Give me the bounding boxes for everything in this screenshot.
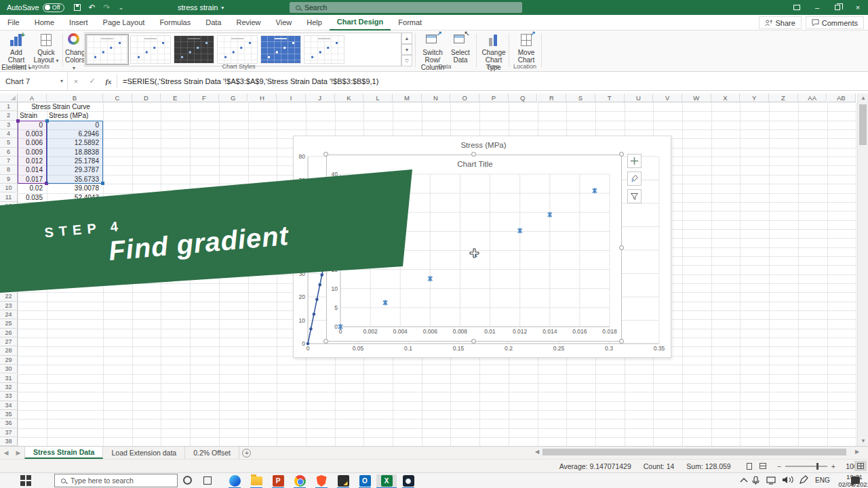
grid-cell[interactable]: 12.5892 [47,138,102,147]
name-box[interactable]: Chart 7 ▾ [0,72,68,91]
row-header-24[interactable]: 24 [0,310,18,319]
scroll-down-icon[interactable]: ▼ [858,436,868,446]
column-header-R[interactable]: R [538,94,567,102]
comments-button[interactable]: Comments [806,16,864,29]
search-box[interactable]: Search [290,2,522,13]
zoom-slider-thumb[interactable] [816,463,818,470]
row-header-35[interactable]: 35 [0,410,18,419]
save-icon[interactable] [74,4,81,11]
chart-style-4[interactable] [173,35,215,64]
chart-style-7[interactable] [303,35,345,64]
recorder-app-icon[interactable] [398,474,418,487]
column-header-AA[interactable]: AA [798,94,827,102]
autosave-toggle[interactable]: Off [43,3,64,12]
ribbon-tab-chart-design[interactable]: Chart Design [330,15,391,30]
chart-style-6[interactable] [260,35,302,64]
zoom-out-button[interactable]: − [777,462,781,470]
undo-icon[interactable]: ↶ [89,3,96,12]
page-break-view-button[interactable] [757,461,769,471]
column-header-V[interactable]: V [653,94,682,102]
chart-handle[interactable] [619,339,624,344]
chart-handle[interactable] [471,152,476,157]
chart-style-5[interactable] [216,35,258,64]
cancel-icon[interactable]: × [68,77,84,85]
column-header-G[interactable]: G [219,94,248,102]
close-button[interactable]: × [848,0,868,15]
column-header-X[interactable]: X [711,94,741,102]
row-header-7[interactable]: 7 [0,157,18,165]
ribbon-display-icon[interactable] [787,0,807,15]
share-button[interactable]: Share [759,16,801,29]
column-header-B[interactable]: B [47,94,103,102]
ribbon-tab-data[interactable]: Data [198,15,229,30]
chrome-app-icon[interactable] [290,474,310,487]
redo-icon[interactable]: ↷ [104,3,111,12]
column-header-Y[interactable]: Y [740,94,769,102]
page-layout-view-button[interactable] [743,461,755,471]
row-header-33[interactable]: 33 [0,392,18,401]
select-data-button[interactable]: ↖ Select Data [448,33,473,64]
ribbon-tab-formulas[interactable]: Formulas [152,15,198,30]
chart-style-2[interactable] [86,35,128,64]
row-header-34[interactable]: 34 [0,401,18,410]
grid-cell[interactable]: 0.009 [18,148,45,157]
chart-filters-button[interactable] [627,189,642,203]
grid-cell[interactable]: 18.8838 [47,148,102,157]
action-center-icon[interactable] [851,476,860,484]
chart-styles-button[interactable] [627,171,642,186]
start-button[interactable] [20,475,31,486]
column-header-AB[interactable]: AB [827,94,856,102]
column-header-T[interactable]: T [595,94,625,102]
row-header-36[interactable]: 36 [0,419,18,428]
powerpoint-app-icon[interactable]: P [268,474,288,487]
row-header-32[interactable]: 32 [0,383,18,392]
column-header-H[interactable]: H [248,94,277,102]
grid-cell[interactable]: Strain [18,111,45,120]
grid-cell[interactable]: 0 [47,121,102,129]
grid-cell[interactable]: Stress (MPa) [47,111,102,120]
row-header-26[interactable]: 26 [0,329,18,338]
row-header-3[interactable]: 3 [0,121,18,129]
grid-cell[interactable]: 25.1784 [47,157,102,165]
vertical-scrollbar[interactable]: ▲ ▼ [857,94,868,446]
document-title[interactable]: stress strain ▾ [178,0,224,15]
row-header-30[interactable]: 30 [0,365,18,373]
column-header-J[interactable]: J [306,94,335,102]
horizontal-scroll-thumb[interactable] [542,449,846,455]
excel-app-icon[interactable]: X [376,474,397,487]
column-header-O[interactable]: O [450,94,479,102]
sheet-nav-right-icon[interactable]: ▶ [12,447,24,459]
enter-icon[interactable]: ✓ [84,77,100,85]
sheet-nav-left-icon[interactable]: ◀ [0,447,12,459]
ribbon-tab-home[interactable]: Home [27,15,62,30]
chart-handle[interactable] [619,152,624,157]
restore-button[interactable] [827,0,848,15]
minimize-button[interactable]: – [807,0,827,15]
file-explorer-app-icon[interactable] [246,474,267,487]
gallery-down-icon[interactable]: ▼ [401,44,412,56]
column-header-U[interactable]: U [625,94,654,102]
quick-layout-button[interactable]: Quick Layout ▾ [31,33,61,64]
row-header-4[interactable]: 4 [0,129,18,138]
column-header-D[interactable]: D [132,94,161,102]
scroll-up-icon[interactable]: ▲ [858,94,868,103]
row-header-1[interactable]: 1 [0,102,18,111]
chart-elements-button[interactable] [627,154,642,168]
column-header-N[interactable]: N [422,94,451,102]
column-header-I[interactable]: I [277,94,306,102]
column-header-K[interactable]: K [335,94,364,102]
sheet-tab-stress-strain-data[interactable]: Stress Strain Data [24,447,103,459]
grid-cell[interactable]: 0.003 [18,129,45,138]
taskbar-search[interactable]: Type here to search [54,474,178,487]
task-view-button[interactable] [203,476,212,485]
brave-app-icon[interactable] [311,474,332,487]
grid-cell[interactable]: 6.2946 [47,129,102,138]
row-header-37[interactable]: 37 [0,428,18,437]
chart-handle[interactable] [471,339,476,344]
ribbon-tab-insert[interactable]: Insert [62,15,96,30]
ribbon-tab-file[interactable]: File [0,15,27,30]
row-header-5[interactable]: 5 [0,138,18,147]
vertical-scroll-thumb[interactable] [859,104,867,145]
chart-handle[interactable] [323,152,328,157]
column-header-Q[interactable]: Q [509,94,538,102]
